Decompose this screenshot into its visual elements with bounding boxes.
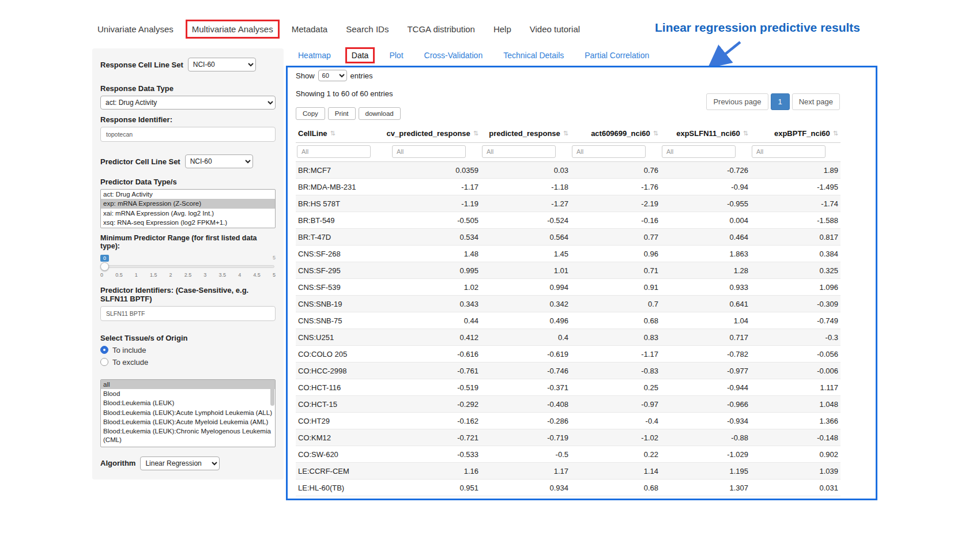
cellline-cell: CNS:U251 (296, 329, 391, 346)
response-cell-line-set-label: Response Cell Line Set (100, 61, 183, 69)
column-filter-input[interactable] (392, 145, 466, 158)
column-header-expbptf-nci60[interactable]: expBPTF_nci60⇅ (751, 124, 840, 143)
sort-icon[interactable]: ⇅ (563, 130, 568, 137)
value-cell: -0.977 (661, 363, 751, 379)
value-cell: -0.309 (751, 296, 840, 312)
slider-tick-label: 1.5 (150, 272, 157, 278)
column-filter-input[interactable] (297, 145, 371, 158)
value-cell: 1.89 (751, 162, 840, 179)
next-page-button[interactable]: Next page (792, 93, 840, 110)
value-cell: -0.408 (481, 396, 571, 413)
column-header-label: CellLine (298, 129, 327, 138)
column-header-expslfn11-nci60[interactable]: expSLFN11_nci60⇅ (661, 124, 751, 143)
value-cell: 0.91 (571, 279, 661, 296)
value-cell: 0.933 (661, 279, 751, 296)
slider-ticks: 00.511.522.533.544.55 (100, 272, 276, 278)
algorithm-label: Algorithm (100, 459, 135, 467)
entries-count-select[interactable]: 60 (318, 70, 347, 81)
predictor-cell-line-set-select[interactable]: NCI-60 (185, 154, 253, 168)
nav-item-metadata[interactable]: Metadata (285, 20, 334, 39)
tab-technical-details[interactable]: Technical Details (497, 47, 570, 63)
nav-item-univariate-analyses[interactable]: Univariate Analyses (91, 20, 180, 39)
print-button[interactable]: Print (328, 107, 356, 120)
sort-icon[interactable]: ⇅ (653, 130, 658, 137)
min-predictor-range-slider: 0 5 00.511.522.533.544.55 (100, 255, 276, 280)
value-cell: 0.384 (751, 246, 840, 262)
slider-track[interactable] (101, 265, 274, 268)
column-filter-input[interactable] (662, 145, 736, 158)
previous-page-button[interactable]: Previous page (706, 93, 768, 110)
listbox-option[interactable]: all (101, 380, 275, 389)
value-cell: 0.464 (661, 229, 751, 246)
column-header-label: cv_predicted_response (387, 129, 470, 138)
column-header-predicted-response[interactable]: predicted_response⇅ (481, 124, 571, 143)
value-cell: 0.03 (481, 162, 571, 179)
column-header-label: expBPTF_nci60 (774, 129, 830, 138)
value-cell: -0.619 (481, 346, 571, 363)
column-filter-input[interactable] (572, 145, 646, 158)
copy-button[interactable]: Copy (296, 107, 325, 120)
value-cell: 0.71 (571, 262, 661, 279)
response-identifier-input[interactable] (100, 127, 276, 142)
sort-icon[interactable]: ⇅ (833, 130, 838, 137)
response-data-type-select[interactable]: act: Drug Activity (100, 96, 276, 110)
nav-item-search-ids[interactable]: Search IDs (340, 20, 395, 39)
table-row: BR:BT-549-0.505-0.524-0.160.004-1.588 (296, 212, 840, 229)
filter-cell (661, 143, 751, 162)
predictor-identifiers-label: Predictor Identifiers: (Case-Sensitive, … (100, 286, 276, 303)
tab-plot[interactable]: Plot (383, 47, 409, 63)
nav-item-multivariate-analyses[interactable]: Multivariate Analyses (186, 20, 280, 39)
column-header-cv-predicted-response[interactable]: cv_predicted_response⇅ (391, 124, 481, 143)
value-cell: 0.22 (571, 446, 661, 463)
current-page-button[interactable]: 1 (771, 93, 790, 110)
column-filter-input[interactable] (482, 145, 556, 158)
value-cell: 0.004 (661, 212, 751, 229)
value-cell: 0.68 (571, 480, 661, 496)
listbox-option[interactable]: Blood:Leukemia (LEUK) (101, 398, 275, 407)
listbox-option[interactable]: act: Drug Activity (101, 190, 275, 199)
listbox-option[interactable]: Blood:Leukemia (LEUK):Chronic Myelogenou… (101, 427, 275, 444)
value-cell: -0.5 (481, 446, 571, 463)
cellline-cell: CO:SW-620 (296, 446, 391, 463)
algorithm-select[interactable]: Linear Regression (140, 456, 220, 470)
predictor-data-types-label: Predictor Data Type/s (100, 178, 276, 186)
tab-data[interactable]: Data (345, 47, 375, 63)
listbox-option[interactable]: xai: mRNA Expression (Avg. log2 Int.) (101, 209, 275, 218)
sort-icon[interactable]: ⇅ (473, 130, 478, 137)
table-body: BR:MCF70.03590.030.76-0.7261.89BR:MDA-MB… (296, 162, 840, 496)
column-header-cellline[interactable]: CellLine⇅ (296, 124, 391, 143)
column-header-act609699-nci60[interactable]: act609699_nci60⇅ (571, 124, 661, 143)
sort-icon[interactable]: ⇅ (330, 130, 336, 137)
listbox-option[interactable]: Blood (101, 389, 275, 398)
table-row: BR:MCF70.03590.030.76-0.7261.89 (296, 162, 840, 179)
filter-cell (751, 143, 840, 162)
value-cell: -1.588 (751, 212, 840, 229)
nav-item-tcga-distribution[interactable]: TCGA distribution (401, 20, 481, 39)
value-cell: -1.76 (571, 179, 661, 195)
value-cell: -0.749 (751, 312, 840, 329)
nav-item-help[interactable]: Help (487, 20, 518, 39)
tissue-exclude-radio[interactable]: To exclude (100, 358, 276, 367)
column-filter-input[interactable] (752, 145, 826, 158)
value-cell: 0.83 (571, 329, 661, 346)
listbox-option[interactable]: Blood:Leukemia (LEUK):Acute Myeloid Leuk… (101, 417, 275, 427)
listbox-option[interactable]: Blood:Leukemia (LEUK):Acute Lymphoid Leu… (101, 408, 275, 417)
value-cell: -0.616 (391, 346, 481, 363)
listbox-option[interactable]: xsq: RNA-seq Expression (log2 FPKM+1.) (101, 218, 275, 227)
tab-heatmap[interactable]: Heatmap (292, 47, 337, 63)
listbox-option[interactable]: exp: mRNA Expression (Z-Score) (101, 199, 275, 208)
cellline-cell: CO:COLO 205 (296, 346, 391, 363)
tab-partial-correlation[interactable]: Partial Correlation (578, 47, 655, 63)
sort-icon[interactable]: ⇅ (743, 130, 748, 137)
nav-item-video-tutorial[interactable]: Video tutorial (523, 20, 586, 39)
scrollbar[interactable] (270, 380, 274, 406)
response-cell-line-set-select[interactable]: NCI-60 (188, 58, 256, 71)
value-cell: 0.496 (481, 312, 571, 329)
predictor-identifiers-input[interactable] (100, 306, 276, 321)
value-cell: -0.162 (391, 413, 481, 429)
slider-handle[interactable] (100, 262, 109, 271)
value-cell: -0.371 (481, 379, 571, 396)
tissue-include-radio[interactable]: To include (100, 346, 276, 354)
download-button[interactable]: download (359, 107, 401, 120)
tab-cross-validation[interactable]: Cross-Validation (418, 47, 489, 63)
